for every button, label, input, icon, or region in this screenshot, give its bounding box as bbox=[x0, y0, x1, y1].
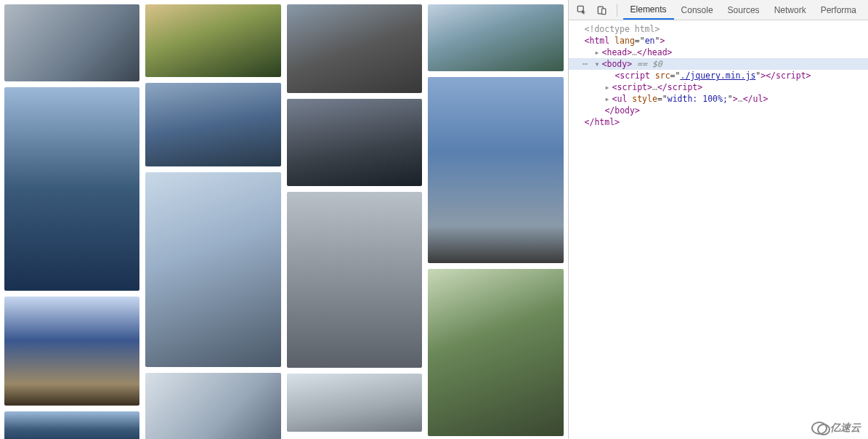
image-column bbox=[287, 4, 422, 439]
toolbar-divider bbox=[617, 4, 617, 17]
dom-body-open[interactable]: ⋯▾<body> == $0 bbox=[569, 58, 868, 70]
dom-doctype[interactable]: <!doctype html> bbox=[569, 23, 868, 35]
devtools-toolbar: ElementsConsoleSourcesNetworkPerforma bbox=[569, 0, 868, 20]
dom-body-close[interactable]: </body> bbox=[569, 105, 868, 116]
gallery-image[interactable] bbox=[145, 373, 280, 439]
gallery-image[interactable] bbox=[428, 269, 563, 436]
tab-sources[interactable]: Sources bbox=[721, 0, 767, 20]
tab-network[interactable]: Network bbox=[767, 0, 814, 20]
image-column bbox=[428, 4, 563, 439]
gallery-image[interactable] bbox=[287, 192, 422, 368]
expand-arrow-icon[interactable]: ▸ bbox=[595, 47, 602, 58]
page-viewport[interactable] bbox=[0, 0, 568, 439]
dom-script-inline[interactable]: ▸<script>…</script> bbox=[569, 81, 868, 93]
image-column bbox=[145, 4, 280, 439]
gallery-image[interactable] bbox=[145, 83, 280, 166]
gallery-image[interactable] bbox=[4, 4, 139, 81]
device-toggle-icon[interactable] bbox=[593, 1, 611, 19]
svg-rect-2 bbox=[601, 8, 605, 14]
dom-html-open[interactable]: <html lang="en"> bbox=[569, 35, 868, 47]
image-column bbox=[4, 4, 139, 439]
gallery-image[interactable] bbox=[145, 4, 280, 77]
tab-elements[interactable]: Elements bbox=[623, 0, 674, 20]
gallery-image[interactable] bbox=[4, 87, 139, 291]
dom-script-jquery[interactable]: <script src="./jquery.min.js"></script> bbox=[569, 70, 868, 81]
gallery-image[interactable] bbox=[287, 374, 422, 432]
dom-ul[interactable]: ▸<ul style="width: 100%;">…</ul> bbox=[569, 93, 868, 105]
gallery-image[interactable] bbox=[4, 411, 139, 439]
devtools-tabs: ElementsConsoleSourcesNetworkPerforma bbox=[623, 0, 864, 20]
dom-head[interactable]: ▸<head>…</head> bbox=[569, 47, 868, 58]
gallery-image[interactable] bbox=[287, 99, 422, 186]
expand-arrow-icon[interactable]: ▸ bbox=[605, 81, 612, 93]
devtools-panel: ElementsConsoleSourcesNetworkPerforma <!… bbox=[568, 0, 868, 439]
elements-dom-tree[interactable]: <!doctype html> <html lang="en"> ▸<head>… bbox=[569, 20, 868, 439]
gallery-image[interactable] bbox=[428, 77, 563, 263]
dom-html-close[interactable]: </html> bbox=[569, 116, 868, 128]
gallery-image[interactable] bbox=[287, 4, 422, 93]
tab-performa[interactable]: Performa bbox=[814, 0, 864, 20]
expand-arrow-icon[interactable]: ▸ bbox=[605, 93, 612, 105]
inspect-element-icon[interactable] bbox=[573, 1, 591, 19]
gallery-image[interactable] bbox=[145, 172, 280, 367]
collapse-arrow-icon[interactable]: ▾ bbox=[595, 58, 602, 70]
tab-console[interactable]: Console bbox=[674, 0, 721, 20]
gallery-image[interactable] bbox=[4, 297, 139, 406]
image-grid bbox=[4, 4, 564, 439]
gallery-image[interactable] bbox=[428, 4, 563, 71]
